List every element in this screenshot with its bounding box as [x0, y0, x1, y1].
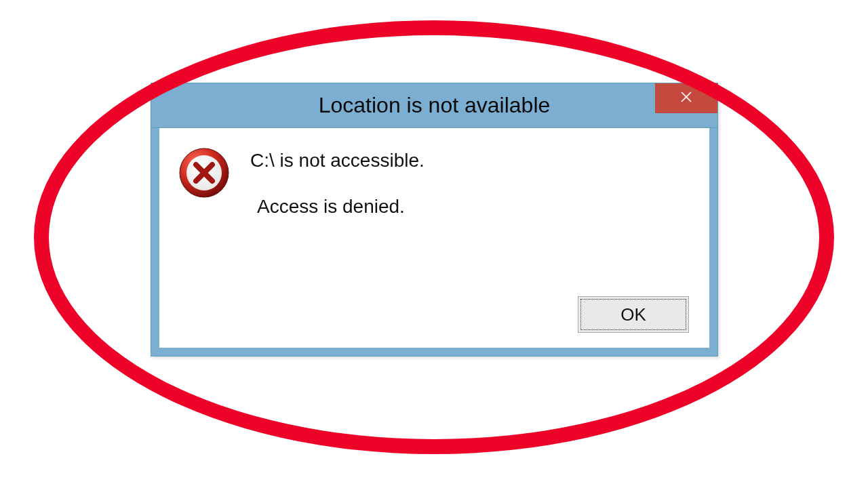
- dialog-messages: C:\ is not accessible. Access is denied.: [250, 144, 425, 218]
- dialog-content: C:\ is not accessible. Access is denied.: [178, 144, 690, 280]
- dialog-title: Location is not available: [319, 93, 551, 118]
- ok-button[interactable]: OK: [578, 296, 689, 333]
- dialog-body: C:\ is not accessible. Access is denied.: [151, 128, 717, 289]
- dialog-titlebar[interactable]: Location is not available: [151, 83, 717, 128]
- error-dialog: Location is not available: [151, 83, 718, 357]
- error-circle-x-icon: [178, 147, 230, 201]
- close-icon: [680, 91, 692, 106]
- error-secondary-text: Access is denied.: [250, 196, 425, 218]
- dialog-footer: OK: [151, 289, 717, 356]
- close-button[interactable]: [655, 83, 717, 113]
- error-primary-text: C:\ is not accessible.: [250, 150, 425, 171]
